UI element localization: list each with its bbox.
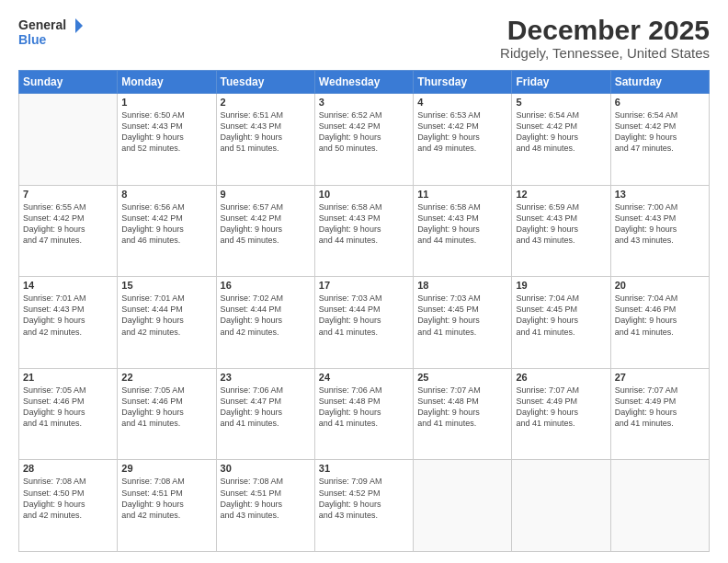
day-info: Sunrise: 7:03 AM Sunset: 4:44 PM Dayligh… — [319, 293, 409, 338]
calendar-cell: 18Sunrise: 7:03 AM Sunset: 4:45 PM Dayli… — [414, 277, 512, 369]
calendar-table: Sunday Monday Tuesday Wednesday Thursday… — [18, 70, 710, 552]
col-thursday: Thursday — [414, 71, 512, 94]
calendar-cell: 19Sunrise: 7:04 AM Sunset: 4:45 PM Dayli… — [512, 277, 610, 369]
day-info: Sunrise: 6:50 AM Sunset: 4:43 PM Dayligh… — [121, 109, 211, 155]
day-info: Sunrise: 7:01 AM Sunset: 4:43 PM Dayligh… — [23, 293, 113, 338]
day-info: Sunrise: 6:54 AM Sunset: 4:42 PM Dayligh… — [615, 109, 705, 155]
day-info: Sunrise: 7:00 AM Sunset: 4:43 PM Dayligh… — [615, 201, 705, 247]
day-info: Sunrise: 6:53 AM Sunset: 4:42 PM Dayligh… — [417, 109, 507, 155]
calendar-cell: 26Sunrise: 7:07 AM Sunset: 4:49 PM Dayli… — [512, 368, 610, 460]
day-number: 16 — [221, 280, 311, 291]
day-number: 3 — [319, 97, 409, 108]
calendar-cell: 30Sunrise: 7:08 AM Sunset: 4:51 PM Dayli… — [216, 460, 314, 552]
day-info: Sunrise: 7:01 AM Sunset: 4:44 PM Dayligh… — [121, 293, 211, 338]
day-number: 19 — [516, 280, 606, 291]
calendar-cell — [19, 94, 118, 186]
calendar-cell: 7Sunrise: 6:55 AM Sunset: 4:42 PM Daylig… — [19, 185, 118, 277]
calendar-cell: 25Sunrise: 7:07 AM Sunset: 4:48 PM Dayli… — [414, 368, 512, 460]
month-title: December 2025 — [500, 15, 710, 45]
day-number: 17 — [319, 280, 409, 291]
day-info: Sunrise: 7:07 AM Sunset: 4:49 PM Dayligh… — [516, 385, 606, 430]
day-number: 26 — [516, 372, 606, 383]
day-number: 9 — [221, 189, 311, 200]
day-info: Sunrise: 7:03 AM Sunset: 4:45 PM Dayligh… — [417, 293, 507, 338]
day-info: Sunrise: 7:04 AM Sunset: 4:46 PM Dayligh… — [615, 293, 705, 338]
day-number: 10 — [319, 189, 409, 200]
day-number: 15 — [121, 280, 211, 291]
day-info: Sunrise: 6:52 AM Sunset: 4:42 PM Dayligh… — [319, 109, 409, 155]
day-number: 23 — [221, 372, 311, 383]
day-number: 12 — [516, 189, 606, 200]
day-info: Sunrise: 7:05 AM Sunset: 4:46 PM Dayligh… — [121, 385, 211, 430]
calendar-cell — [512, 460, 610, 552]
calendar-cell: 28Sunrise: 7:08 AM Sunset: 4:50 PM Dayli… — [19, 460, 118, 552]
calendar-cell: 21Sunrise: 7:05 AM Sunset: 4:46 PM Dayli… — [19, 368, 118, 460]
calendar-cell: 11Sunrise: 6:58 AM Sunset: 4:43 PM Dayli… — [414, 185, 512, 277]
day-info: Sunrise: 7:08 AM Sunset: 4:50 PM Dayligh… — [23, 476, 113, 521]
day-info: Sunrise: 7:08 AM Sunset: 4:51 PM Dayligh… — [121, 476, 211, 521]
day-number: 8 — [121, 189, 211, 200]
day-number: 1 — [121, 97, 211, 108]
title-block: December 2025 Ridgely, Tennessee, United… — [500, 15, 710, 61]
calendar-week-4: 21Sunrise: 7:05 AM Sunset: 4:46 PM Dayli… — [19, 368, 710, 460]
calendar-week-1: 1Sunrise: 6:50 AM Sunset: 4:43 PM Daylig… — [19, 94, 710, 186]
calendar-cell: 5Sunrise: 6:54 AM Sunset: 4:42 PM Daylig… — [512, 94, 610, 186]
calendar-cell — [414, 460, 512, 552]
day-info: Sunrise: 6:51 AM Sunset: 4:43 PM Dayligh… — [221, 109, 311, 155]
calendar-cell: 4Sunrise: 6:53 AM Sunset: 4:42 PM Daylig… — [414, 94, 512, 186]
col-monday: Monday — [118, 71, 216, 94]
calendar-cell: 17Sunrise: 7:03 AM Sunset: 4:44 PM Dayli… — [314, 277, 413, 369]
day-info: Sunrise: 7:07 AM Sunset: 4:49 PM Dayligh… — [615, 385, 705, 430]
day-number: 20 — [615, 280, 705, 291]
calendar-cell: 14Sunrise: 7:01 AM Sunset: 4:43 PM Dayli… — [19, 277, 118, 369]
day-number: 7 — [23, 189, 113, 200]
calendar-cell: 24Sunrise: 7:06 AM Sunset: 4:48 PM Dayli… — [314, 368, 413, 460]
calendar-week-5: 28Sunrise: 7:08 AM Sunset: 4:50 PM Dayli… — [19, 460, 710, 552]
day-info: Sunrise: 6:58 AM Sunset: 4:43 PM Dayligh… — [319, 201, 409, 247]
col-tuesday: Tuesday — [216, 71, 314, 94]
day-number: 28 — [23, 463, 113, 474]
day-info: Sunrise: 7:06 AM Sunset: 4:48 PM Dayligh… — [319, 385, 409, 430]
day-info: Sunrise: 6:58 AM Sunset: 4:43 PM Dayligh… — [417, 201, 507, 247]
calendar-cell: 12Sunrise: 6:59 AM Sunset: 4:43 PM Dayli… — [512, 185, 610, 277]
day-info: Sunrise: 6:56 AM Sunset: 4:42 PM Dayligh… — [121, 201, 211, 247]
day-number: 27 — [615, 372, 705, 383]
calendar-cell: 3Sunrise: 6:52 AM Sunset: 4:42 PM Daylig… — [314, 94, 413, 186]
day-info: Sunrise: 7:06 AM Sunset: 4:47 PM Dayligh… — [221, 385, 311, 430]
day-number: 30 — [221, 463, 311, 474]
calendar-cell: 23Sunrise: 7:06 AM Sunset: 4:47 PM Dayli… — [216, 368, 314, 460]
logo: General Blue — [18, 15, 83, 52]
day-number: 18 — [417, 280, 507, 291]
day-info: Sunrise: 7:09 AM Sunset: 4:52 PM Dayligh… — [319, 476, 409, 521]
col-sunday: Sunday — [19, 71, 118, 94]
day-info: Sunrise: 7:05 AM Sunset: 4:46 PM Dayligh… — [23, 385, 113, 430]
header: General Blue December 2025 Ridgely, Tenn… — [18, 15, 710, 61]
day-info: Sunrise: 7:04 AM Sunset: 4:45 PM Dayligh… — [516, 293, 606, 338]
day-info: Sunrise: 6:55 AM Sunset: 4:42 PM Dayligh… — [23, 201, 113, 247]
calendar-cell: 31Sunrise: 7:09 AM Sunset: 4:52 PM Dayli… — [314, 460, 413, 552]
day-number: 14 — [23, 280, 113, 291]
calendar-cell: 2Sunrise: 6:51 AM Sunset: 4:43 PM Daylig… — [216, 94, 314, 186]
calendar-cell: 10Sunrise: 6:58 AM Sunset: 4:43 PM Dayli… — [314, 185, 413, 277]
calendar-cell: 16Sunrise: 7:02 AM Sunset: 4:44 PM Dayli… — [216, 277, 314, 369]
calendar-cell: 8Sunrise: 6:56 AM Sunset: 4:42 PM Daylig… — [118, 185, 216, 277]
day-number: 4 — [417, 97, 507, 108]
calendar-cell: 1Sunrise: 6:50 AM Sunset: 4:43 PM Daylig… — [118, 94, 216, 186]
calendar-cell: 9Sunrise: 6:57 AM Sunset: 4:42 PM Daylig… — [216, 185, 314, 277]
header-row: Sunday Monday Tuesday Wednesday Thursday… — [19, 71, 710, 94]
calendar-cell — [610, 460, 709, 552]
svg-marker-2 — [75, 18, 83, 33]
day-number: 5 — [516, 97, 606, 108]
day-number: 11 — [417, 189, 507, 200]
svg-text:General: General — [18, 17, 66, 32]
day-number: 6 — [615, 97, 705, 108]
day-number: 21 — [23, 372, 113, 383]
day-number: 25 — [417, 372, 507, 383]
day-info: Sunrise: 6:59 AM Sunset: 4:43 PM Dayligh… — [516, 201, 606, 247]
calendar-cell: 15Sunrise: 7:01 AM Sunset: 4:44 PM Dayli… — [118, 277, 216, 369]
day-number: 22 — [121, 372, 211, 383]
page: General Blue December 2025 Ridgely, Tenn… — [0, 0, 728, 563]
calendar-cell: 27Sunrise: 7:07 AM Sunset: 4:49 PM Dayli… — [610, 368, 709, 460]
calendar-cell: 29Sunrise: 7:08 AM Sunset: 4:51 PM Dayli… — [118, 460, 216, 552]
logo-svg: General Blue — [18, 15, 83, 52]
